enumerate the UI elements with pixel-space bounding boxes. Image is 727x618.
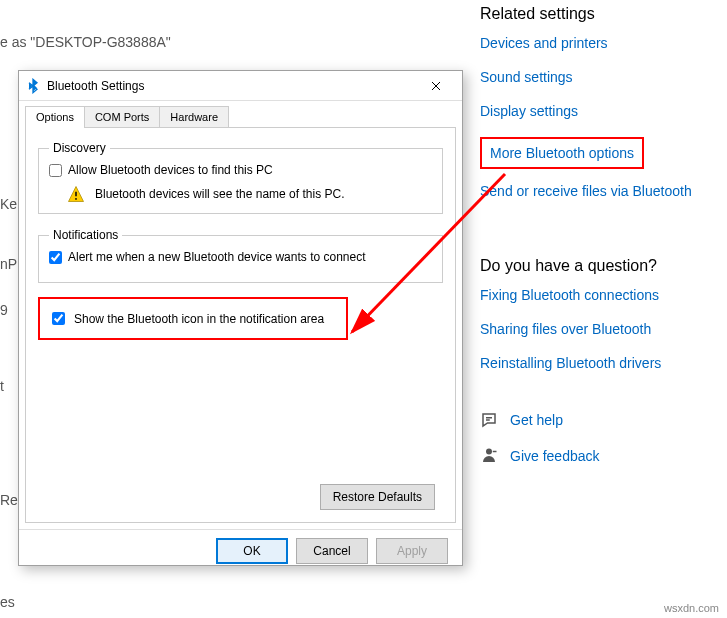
watermark: wsxdn.com — [664, 602, 719, 614]
related-settings-heading: Related settings — [480, 5, 720, 23]
ok-button[interactable]: OK — [216, 538, 288, 564]
tabs: Options COM Ports Hardware — [25, 106, 456, 128]
discovery-legend: Discovery — [49, 141, 110, 155]
discovery-group: Discovery Allow Bluetooth devices to fin… — [38, 141, 443, 214]
tab-hardware[interactable]: Hardware — [159, 106, 229, 127]
link-reinstalling-drivers[interactable]: Reinstalling Bluetooth drivers — [480, 355, 720, 371]
bg-frag-zero: 9 — [0, 302, 8, 318]
bg-frag-t: t — [0, 378, 4, 394]
link-sound-settings[interactable]: Sound settings — [480, 69, 720, 85]
bg-frag-re: Re — [0, 492, 18, 508]
discovery-info-text: Bluetooth devices will see the name of t… — [95, 187, 344, 201]
dialog-title: Bluetooth Settings — [47, 79, 416, 93]
show-tray-icon-label: Show the Bluetooth icon in the notificat… — [74, 312, 324, 326]
notifications-alert-label: Alert me when a new Bluetooth device wan… — [68, 250, 366, 264]
apply-button[interactable]: Apply — [376, 538, 448, 564]
close-button[interactable] — [416, 72, 456, 100]
bluetooth-icon — [25, 78, 41, 94]
svg-point-0 — [75, 198, 77, 200]
discovery-allow-checkbox[interactable] — [49, 164, 62, 177]
discovery-info-row: Bluetooth devices will see the name of t… — [67, 185, 432, 203]
question-heading: Do you have a question? — [480, 257, 720, 275]
bg-frag-np: nP — [0, 256, 17, 272]
tab-options[interactable]: Options — [25, 106, 85, 127]
show-tray-icon-row[interactable]: Show the Bluetooth icon in the notificat… — [38, 297, 348, 340]
tab-com-ports[interactable]: COM Ports — [84, 106, 160, 127]
notifications-legend: Notifications — [49, 228, 122, 242]
link-more-bluetooth-options[interactable]: More Bluetooth options — [480, 137, 644, 169]
dialog-buttons: OK Cancel Apply — [19, 529, 462, 572]
settings-sidebar: Related settings Devices and printers So… — [480, 5, 720, 483]
bluetooth-settings-dialog: Bluetooth Settings Options COM Ports Har… — [18, 70, 463, 566]
discovery-allow-label: Allow Bluetooth devices to find this PC — [68, 163, 273, 177]
chat-icon — [480, 411, 498, 429]
bg-frag-ke: Ke — [0, 196, 17, 212]
feedback-icon — [480, 447, 498, 465]
link-display-settings[interactable]: Display settings — [480, 103, 720, 119]
close-icon — [431, 81, 441, 91]
dialog-titlebar[interactable]: Bluetooth Settings — [19, 71, 462, 101]
notifications-group: Notifications Alert me when a new Blueto… — [38, 228, 443, 283]
link-sharing-files-bluetooth[interactable]: Sharing files over Bluetooth — [480, 321, 720, 337]
notifications-alert-row[interactable]: Alert me when a new Bluetooth device wan… — [49, 250, 432, 264]
restore-defaults-button[interactable]: Restore Defaults — [320, 484, 435, 510]
discovery-allow-row[interactable]: Allow Bluetooth devices to find this PC — [49, 163, 432, 177]
link-send-receive-bluetooth[interactable]: Send or receive files via Bluetooth — [480, 183, 720, 199]
get-help-row[interactable]: Get help — [480, 411, 720, 429]
give-feedback-row[interactable]: Give feedback — [480, 447, 720, 465]
tab-body-options: Discovery Allow Bluetooth devices to fin… — [25, 127, 456, 523]
cancel-button[interactable]: Cancel — [296, 538, 368, 564]
bg-desktop-name: e as "DESKTOP-G83888A" — [0, 34, 171, 50]
give-feedback-label: Give feedback — [510, 448, 600, 464]
show-tray-icon-checkbox[interactable] — [52, 312, 65, 325]
warning-icon — [67, 185, 85, 203]
link-fixing-bluetooth[interactable]: Fixing Bluetooth connections — [480, 287, 720, 303]
get-help-label: Get help — [510, 412, 563, 428]
link-devices-printers[interactable]: Devices and printers — [480, 35, 720, 51]
bg-frag-es: es — [0, 594, 15, 610]
notifications-alert-checkbox[interactable] — [49, 251, 62, 264]
